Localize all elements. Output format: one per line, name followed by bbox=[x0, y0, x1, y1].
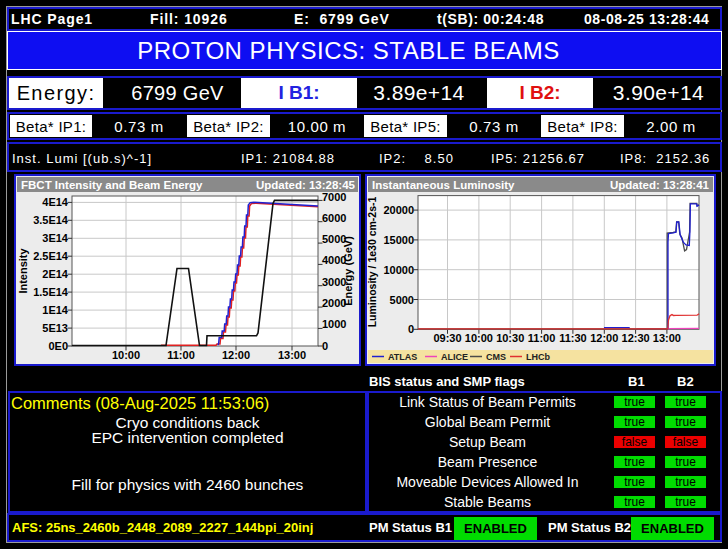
svg-text:Updated: 13:28:45: Updated: 13:28:45 bbox=[256, 179, 356, 191]
svg-text:5E13: 5E13 bbox=[42, 322, 68, 334]
svg-text:09:30: 09:30 bbox=[433, 332, 461, 344]
svg-text:Energy (GeV): Energy (GeV) bbox=[342, 236, 354, 306]
svg-text:2E14: 2E14 bbox=[42, 268, 69, 280]
svg-text:2.5E14: 2.5E14 bbox=[33, 250, 69, 262]
svg-text:Intensity: Intensity bbox=[17, 248, 29, 294]
svg-text:0: 0 bbox=[322, 340, 328, 352]
svg-text:13:00: 13:00 bbox=[278, 349, 306, 361]
svg-text:FBCT Intensity and Beam Energy: FBCT Intensity and Beam Energy bbox=[21, 179, 203, 191]
svg-text:12:00: 12:00 bbox=[222, 349, 250, 361]
svg-text:Updated: 13:28:41: Updated: 13:28:41 bbox=[610, 179, 710, 191]
svg-text:1E14: 1E14 bbox=[42, 304, 69, 316]
svg-text:ALICE: ALICE bbox=[441, 352, 468, 362]
svg-text:15000: 15000 bbox=[383, 234, 414, 246]
svg-text:10:00: 10:00 bbox=[465, 332, 493, 344]
svg-text:12:30: 12:30 bbox=[622, 332, 650, 344]
svg-text:1000: 1000 bbox=[322, 318, 346, 330]
svg-text:5000: 5000 bbox=[390, 294, 414, 306]
svg-text:CMS: CMS bbox=[486, 352, 506, 362]
svg-text:4E14: 4E14 bbox=[42, 196, 69, 208]
svg-text:11:30: 11:30 bbox=[559, 332, 587, 344]
svg-text:3.5E14: 3.5E14 bbox=[33, 214, 69, 226]
svg-text:10:00: 10:00 bbox=[112, 349, 140, 361]
svg-text:1.5E14: 1.5E14 bbox=[33, 286, 69, 298]
svg-text:12:00: 12:00 bbox=[590, 332, 618, 344]
svg-text:13:00: 13:00 bbox=[653, 332, 681, 344]
svg-text:Luminosity / 1e30 cm-2s-1: Luminosity / 1e30 cm-2s-1 bbox=[367, 196, 378, 327]
svg-text:3E14: 3E14 bbox=[42, 232, 69, 244]
svg-text:ATLAS: ATLAS bbox=[388, 352, 417, 362]
svg-text:0: 0 bbox=[408, 323, 414, 335]
svg-text:0E0: 0E0 bbox=[48, 340, 68, 352]
svg-text:7000: 7000 bbox=[322, 191, 346, 203]
svg-text:6000: 6000 bbox=[322, 212, 346, 224]
svg-text:LHCb: LHCb bbox=[526, 352, 550, 362]
svg-text:20000: 20000 bbox=[383, 204, 414, 216]
svg-text:11:00: 11:00 bbox=[528, 332, 556, 344]
svg-text:10000: 10000 bbox=[383, 264, 414, 276]
svg-text:Instantaneous Luminosity: Instantaneous Luminosity bbox=[372, 179, 515, 191]
svg-text:11:00: 11:00 bbox=[167, 349, 195, 361]
svg-text:10:30: 10:30 bbox=[496, 332, 524, 344]
